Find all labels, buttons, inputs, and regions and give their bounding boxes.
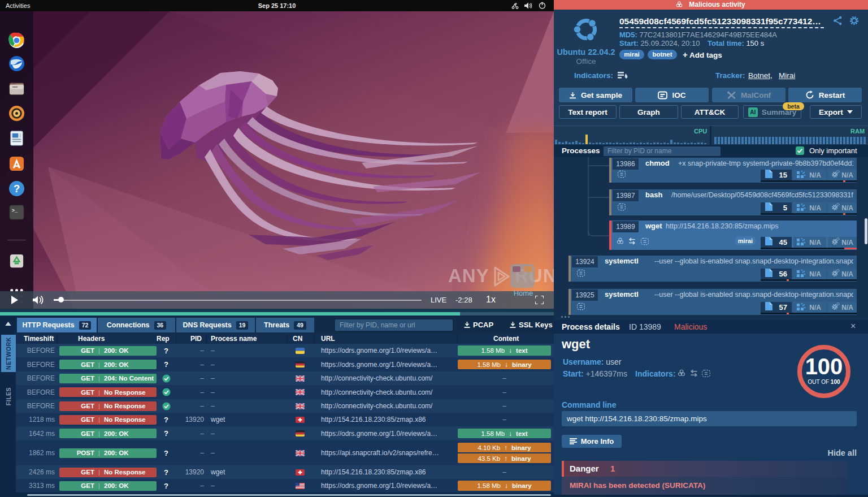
svg-text:>_: >_ xyxy=(12,208,18,214)
svg-text:?: ? xyxy=(14,183,20,195)
svg-text:?: ? xyxy=(515,2,517,6)
